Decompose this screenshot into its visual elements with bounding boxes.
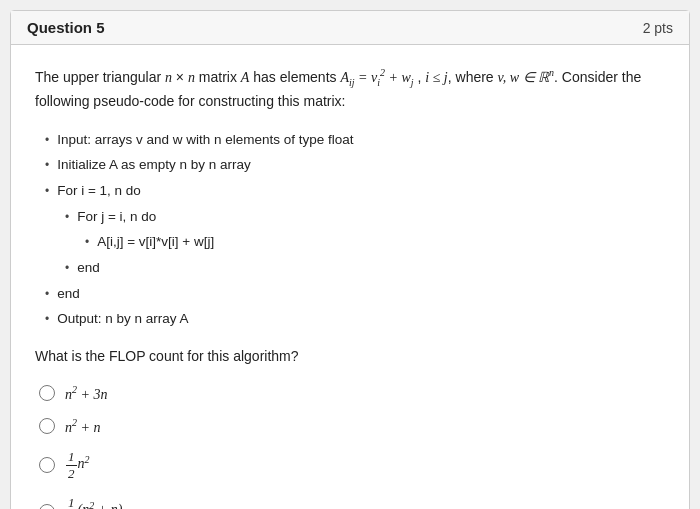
pseudocode-text-4: For j = i, n do	[77, 204, 156, 230]
answer-options: n2 + 3n n2 + n 12n2	[35, 384, 665, 509]
radio-1[interactable]	[39, 385, 55, 401]
bullet-6: •	[65, 257, 69, 280]
bullet-1: •	[45, 129, 49, 152]
page-container: Question 5 2 pts The upper triangular n …	[10, 10, 690, 509]
bullet-2: •	[45, 154, 49, 177]
math-Aij: Aij = vi2 + wj	[340, 70, 413, 85]
radio-3[interactable]	[39, 457, 55, 473]
math-n2: n	[188, 70, 195, 85]
option-label-4: 12(n2 + n)	[65, 495, 122, 509]
pseudocode-line-3: • For i = 1, n do	[45, 178, 665, 204]
pseudocode-line-1: • Input: arrays v and w with n elements …	[45, 127, 665, 153]
pseudocode-line-7: • end	[45, 281, 665, 307]
pseudocode-list: • Input: arrays v and w with n elements …	[35, 127, 665, 332]
bullet-8: •	[45, 308, 49, 331]
answer-option-2[interactable]: n2 + n	[39, 417, 665, 436]
pseudocode-text-7: end	[57, 281, 80, 307]
option-label-3: 12n2	[65, 449, 90, 481]
problem-statement: The upper triangular n × n matrix A has …	[35, 65, 665, 113]
pseudocode-line-4: • For j = i, n do	[45, 204, 665, 230]
pseudocode-line-5: • A[i,j] = v[i]*v[i] + w[j]	[45, 229, 665, 255]
pseudocode-text-1: Input: arrays v and w with n elements of…	[57, 127, 353, 153]
option-label-1: n2 + 3n	[65, 384, 107, 403]
pseudocode-text-2: Initialize A as empty n by n array	[57, 152, 251, 178]
radio-4[interactable]	[39, 504, 55, 509]
pseudocode-text-8: Output: n by n array A	[57, 306, 188, 332]
pseudocode-text-3: For i = 1, n do	[57, 178, 141, 204]
answer-option-3[interactable]: 12n2	[39, 449, 665, 481]
answer-option-1[interactable]: n2 + 3n	[39, 384, 665, 403]
flop-question: What is the FLOP count for this algorith…	[35, 348, 665, 364]
bullet-3: •	[45, 180, 49, 203]
math-n: n	[165, 70, 172, 85]
answer-option-4[interactable]: 12(n2 + n)	[39, 495, 665, 509]
math-condition: i ≤ j	[425, 70, 447, 85]
pseudocode-line-2: • Initialize A as empty n by n array	[45, 152, 665, 178]
pseudocode-line-6: • end	[45, 255, 665, 281]
question-points: 2 pts	[643, 20, 673, 36]
option-label-2: n2 + n	[65, 417, 100, 436]
math-where: v, w ∈ ℝn	[498, 70, 555, 85]
math-A: A	[241, 70, 250, 85]
question-body: The upper triangular n × n matrix A has …	[11, 45, 689, 509]
radio-2[interactable]	[39, 418, 55, 434]
bullet-5: •	[85, 231, 89, 254]
pseudocode-text-6: end	[77, 255, 100, 281]
pseudocode-text-5: A[i,j] = v[i]*v[i] + w[j]	[97, 229, 214, 255]
question-title: Question 5	[27, 19, 105, 36]
question-card: Question 5 2 pts The upper triangular n …	[10, 10, 690, 509]
bullet-4: •	[65, 206, 69, 229]
question-header: Question 5 2 pts	[11, 11, 689, 45]
bullet-7: •	[45, 283, 49, 306]
pseudocode-line-8: • Output: n by n array A	[45, 306, 665, 332]
